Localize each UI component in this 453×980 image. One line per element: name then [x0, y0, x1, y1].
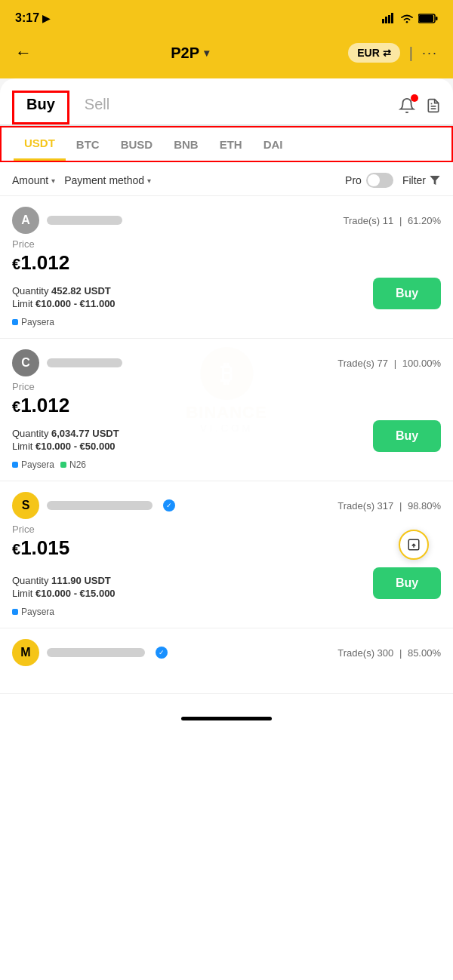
tab-buy[interactable]: Buy	[12, 91, 69, 124]
trade-card-2: C Trade(s) 77 | 100.00% Price €1.012 Qua…	[0, 339, 453, 481]
trader-name-1	[47, 216, 122, 225]
status-time: 3:17 ▶	[15, 11, 50, 25]
main-content: Buy Sell USDT BTC	[0, 78, 453, 980]
currency-swap-icon: ⇄	[383, 48, 391, 59]
amount-filter[interactable]: Amount ▾	[12, 174, 55, 186]
trade-stats-1: Trade(s) 11 | 61.20%	[344, 215, 441, 226]
tab-icons	[399, 97, 441, 118]
export-button[interactable]	[399, 530, 429, 560]
trader-name-2	[47, 358, 122, 367]
qty-limit-info-1: Quantity 452.82 USDT Limit €10.000 - €11…	[12, 285, 373, 309]
qty-limit-row-2: Quantity 6,034.77 USDT Limit €10.000 - €…	[12, 420, 441, 452]
status-bar: 3:17 ▶	[0, 0, 453, 33]
trader-row-3: S ✓ Trade(s) 317 | 98.80%	[12, 492, 441, 519]
trader-row-4: M ✓ Trade(s) 300 | 85.00%	[12, 639, 441, 666]
price-value-3: €1.015	[12, 536, 441, 560]
export-icon	[407, 538, 421, 551]
completion-rate-4: 85.00%	[408, 647, 441, 659]
notification-badge	[411, 94, 418, 102]
svg-rect-3	[391, 13, 393, 23]
payment-tags-3: Paysera	[12, 607, 441, 617]
trade-card-3: S ✓ Trade(s) 317 | 98.80% Price €1.015 Q…	[0, 481, 453, 628]
currency-label: EUR	[357, 47, 380, 59]
crypto-tab-bnb[interactable]: BNB	[163, 129, 209, 160]
header-title-text: P2P	[171, 45, 199, 62]
avatar-2: C	[12, 349, 39, 376]
qty-limit-row-1: Quantity 452.82 USDT Limit €10.000 - €11…	[12, 278, 441, 309]
payment-method-filter[interactable]: Payment method ▾	[64, 174, 151, 186]
back-button[interactable]: ←	[15, 43, 32, 63]
battery-icon	[418, 14, 438, 23]
svg-rect-1	[385, 17, 387, 23]
svg-rect-2	[388, 15, 390, 23]
trader-name-4	[47, 648, 145, 657]
crypto-tab-usdt[interactable]: USDT	[14, 127, 66, 161]
separator-4: |	[399, 647, 402, 659]
avatar-1: A	[12, 207, 39, 234]
filter-button[interactable]: Filter	[402, 174, 441, 186]
crypto-tab-busd[interactable]: BUSD	[110, 129, 164, 160]
document-button[interactable]	[426, 97, 441, 118]
tab-sell[interactable]: Sell	[77, 93, 117, 122]
header-right: EUR ⇄ | ···	[348, 43, 438, 63]
payment-label-1: Paysera	[21, 317, 54, 327]
svg-rect-5	[419, 15, 433, 22]
payment-dot-paysera-2	[12, 462, 18, 468]
buy-button-1[interactable]: Buy	[373, 278, 441, 309]
avatar-4: M	[12, 639, 39, 666]
trade-stats-4: Trade(s) 300 | 85.00%	[337, 647, 441, 659]
payment-tag-paysera-3: Paysera	[12, 607, 54, 617]
payment-tags-1: Paysera	[12, 317, 441, 327]
amount-filter-label: Amount	[12, 174, 48, 186]
currency-button[interactable]: EUR ⇄	[348, 43, 400, 63]
trade-stats-3: Trade(s) 317 | 98.80%	[337, 500, 441, 512]
qty-limit-row-3: Quantity 111.90 USDT Limit €10.000 - €15…	[12, 563, 441, 599]
header-title: P2P ▾	[171, 45, 209, 62]
crypto-tab-btc[interactable]: BTC	[66, 129, 110, 160]
trades-count-4: Trade(s) 300	[337, 647, 393, 659]
trade-card-1: A Trade(s) 11 | 61.20% Price €1.012 Quan…	[0, 196, 453, 339]
avatar-3: S	[12, 492, 39, 519]
signal-icon	[382, 13, 396, 23]
separator-1: |	[399, 215, 402, 226]
notification-button[interactable]	[399, 97, 415, 118]
buy-button-2[interactable]: Buy	[373, 420, 441, 452]
price-value-2: €1.012	[12, 394, 441, 417]
crypto-tab-eth[interactable]: ETH	[209, 129, 253, 160]
svg-rect-6	[436, 17, 438, 20]
more-button[interactable]: ···	[422, 45, 438, 61]
completion-rate-2: 100.00%	[402, 358, 441, 369]
trader-info-4: M ✓	[12, 639, 168, 666]
pro-toggle[interactable]: Pro	[345, 173, 393, 188]
payment-method-chevron-icon: ▾	[147, 177, 151, 185]
pro-toggle-track[interactable]	[366, 173, 393, 188]
completion-rate-1: 61.20%	[408, 215, 441, 226]
limit-text-1: Limit €10.000 - €11.000	[12, 298, 373, 309]
trade-stats-2: Trade(s) 77 | 100.00%	[337, 358, 441, 369]
location-icon: ▶	[42, 13, 50, 24]
payment-dot-n26-2	[60, 462, 66, 468]
filter-label: Filter	[402, 174, 426, 186]
svg-marker-9	[430, 176, 439, 185]
payment-label-paysera-2: Paysera	[21, 459, 54, 470]
trader-name-3	[47, 501, 153, 510]
home-indicator	[181, 717, 272, 720]
verified-badge-3: ✓	[163, 499, 175, 512]
payment-dot-paysera-3	[12, 609, 18, 615]
wifi-icon	[400, 13, 414, 23]
trades-count-2: Trade(s) 77	[337, 358, 388, 369]
time-text: 3:17	[15, 11, 39, 25]
payment-method-label: Payment method	[64, 174, 144, 186]
trader-info-2: C	[12, 349, 122, 376]
crypto-tab-dai[interactable]: DAI	[253, 129, 294, 160]
price-value-1: €1.012	[12, 251, 441, 275]
trader-row-2: C Trade(s) 77 | 100.00%	[12, 349, 441, 376]
price-currency-2: €	[12, 398, 20, 415]
buy-button-3[interactable]: Buy	[373, 567, 441, 599]
payment-tag-n26-2: N26	[60, 459, 86, 470]
payment-dot-1	[12, 319, 18, 325]
payment-label-n26-2: N26	[69, 459, 86, 470]
quantity-text-2: Quantity 6,034.77 USDT	[12, 428, 373, 439]
trader-info-3: S ✓	[12, 492, 175, 519]
dropdown-arrow[interactable]: ▾	[204, 47, 209, 59]
